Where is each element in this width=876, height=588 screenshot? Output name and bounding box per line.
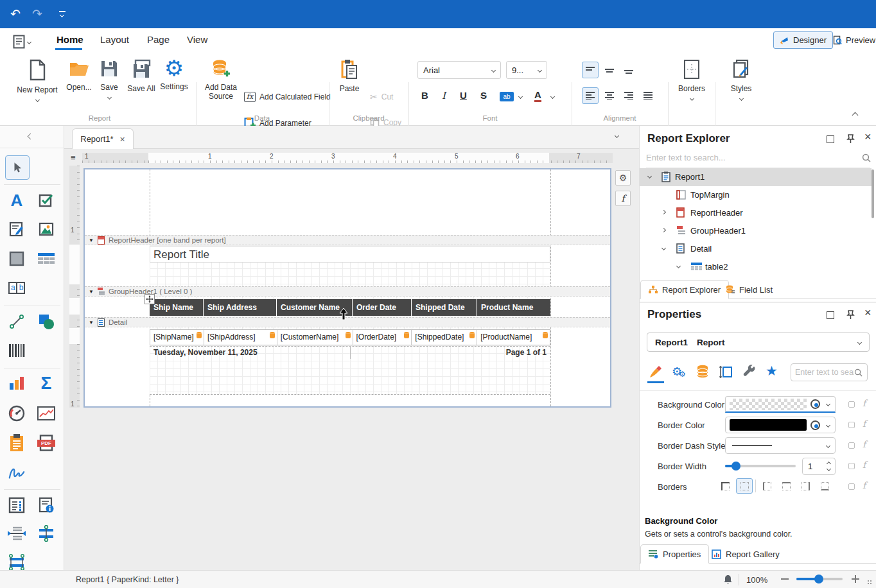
tool-picture-box[interactable] [37, 220, 55, 238]
tab-favorites[interactable]: ★ [766, 363, 778, 379]
pin-icon[interactable] [846, 310, 855, 320]
dropdown-chevron-icon[interactable] [826, 422, 830, 427]
valign-bottom-button[interactable] [620, 62, 637, 78]
spin-down-icon[interactable] [827, 467, 831, 471]
dropdown-chevron-icon[interactable] [826, 402, 830, 406]
tab-layout[interactable] [719, 365, 733, 381]
expression-f-icon[interactable]: f [863, 460, 866, 470]
tool-table-of-contents[interactable] [8, 496, 26, 514]
ribbon-tab-view[interactable]: View [187, 34, 207, 45]
expression-f-icon[interactable]: f [863, 480, 866, 490]
add-data-source-button[interactable]: Add Data Source [203, 59, 239, 101]
tab-misc[interactable] [742, 365, 757, 381]
expand-chevron-icon[interactable] [676, 264, 681, 268]
expression-button[interactable]: f [615, 191, 631, 206]
tab-field-list[interactable]: Field List [718, 280, 780, 299]
table-header-cell[interactable]: Order Date [353, 299, 412, 316]
slider-thumb[interactable] [731, 462, 740, 471]
styles-button[interactable]: Styles [721, 59, 762, 102]
tool-character-comb[interactable]: ab [8, 279, 26, 297]
tool-shape[interactable] [37, 313, 55, 331]
prop-checkbox[interactable] [848, 422, 855, 428]
tab-behavior[interactable]: ⚙ ⚙ [672, 365, 682, 379]
tool-chart[interactable] [8, 374, 26, 392]
new-report-button[interactable]: New Report [14, 59, 60, 103]
tool-rich-text[interactable] [8, 220, 26, 238]
notification-bell-icon[interactable] [723, 575, 733, 585]
tab-appearance[interactable] [649, 365, 663, 381]
table-field-cell[interactable]: [ProductName] [477, 330, 550, 345]
explorer-search-input[interactable] [646, 153, 839, 162]
cut-button[interactable]: ✂ Cut [370, 92, 393, 102]
tool-pdf-content[interactable]: PDF [37, 434, 55, 452]
close-icon[interactable]: × [864, 130, 872, 144]
tab-list-chevron-icon[interactable] [615, 134, 619, 138]
prop-checkbox[interactable] [848, 442, 855, 449]
font-color-chevron-icon[interactable] [550, 94, 555, 99]
band-collapse-icon[interactable]: ▼ [89, 289, 94, 295]
dropdown-chevron-icon[interactable] [826, 443, 830, 447]
expression-f-icon[interactable]: f [863, 398, 866, 408]
expand-chevron-icon[interactable] [647, 174, 652, 178]
redo-icon[interactable]: ↷ [32, 0, 42, 28]
save-all-button[interactable]: Save All [126, 59, 157, 93]
tool-cross-band-line[interactable] [37, 524, 55, 542]
prop-checkbox[interactable] [848, 463, 855, 469]
table-field-cell[interactable]: [ShipAddress] [204, 330, 277, 345]
band-collapse-icon[interactable]: ▼ [89, 238, 94, 243]
report-title-control[interactable]: Report Title [150, 246, 550, 263]
zoom-out-button[interactable] [781, 578, 789, 580]
band-strip-group-header[interactable]: ▼ GroupHeader1 ( Level 0 ) [85, 286, 610, 297]
tool-pointer[interactable] [5, 155, 30, 180]
report-tasks-button[interactable]: ⚙ [615, 170, 631, 186]
footer-page-number-text[interactable]: Page 1 of 1 [506, 348, 547, 359]
table-field-cell[interactable]: [OrderDate] [353, 330, 412, 345]
highlight-chevron-icon[interactable] [518, 94, 523, 99]
borders-button[interactable]: Borders [672, 59, 712, 102]
tool-content-clipboard[interactable] [8, 434, 26, 452]
table-field-cell[interactable]: [CustomerName] [277, 330, 353, 345]
document-tab-report1[interactable]: Report1* × [72, 128, 134, 149]
tree-item-detail[interactable]: Detail [640, 240, 872, 258]
ruler-options-icon[interactable]: ≡ [71, 153, 76, 162]
tree-item-report1[interactable]: Report1 [640, 168, 872, 186]
zoom-in-button-vbar[interactable] [855, 575, 856, 583]
table-header-cell[interactable]: Shipped Date [412, 299, 477, 316]
collapse-ribbon-icon[interactable] [852, 112, 859, 119]
valign-center-button[interactable] [601, 62, 618, 78]
tab-data[interactable] [696, 365, 709, 381]
toolbox-collapse-icon[interactable] [28, 134, 34, 140]
tab-report-gallery[interactable]: Report Gallery [704, 544, 787, 564]
tool-signature[interactable] [8, 464, 26, 482]
resize-grip[interactable] [867, 580, 872, 585]
halign-center-button[interactable] [601, 87, 618, 104]
tool-barcode[interactable] [8, 342, 26, 359]
undo-icon[interactable]: ↶ [10, 0, 21, 28]
color-picker-icon[interactable] [810, 399, 820, 409]
band-strip-report-header[interactable]: ▼ ReportHeader [one band per report] [85, 235, 610, 245]
tool-line[interactable] [8, 313, 26, 331]
border-bottom-toggle[interactable] [816, 478, 833, 494]
tool-checkbox[interactable] [37, 191, 55, 209]
properties-search-input[interactable] [795, 368, 854, 377]
table-header-row[interactable]: Ship Name Ship Address Customer Name Ord… [150, 299, 550, 316]
tree-item-groupheader1[interactable]: GroupHeader1 [640, 222, 872, 240]
band-collapse-icon[interactable]: ▼ [89, 320, 94, 325]
tool-gauge[interactable] [8, 404, 26, 422]
close-icon[interactable]: × [864, 306, 872, 320]
valign-top-button[interactable] [582, 62, 599, 78]
tool-pivot-grid[interactable]: Σ [37, 374, 55, 392]
table-field-cell[interactable]: [ShippedDate] [412, 330, 477, 345]
quick-access-customize-icon[interactable] [59, 11, 66, 12]
border-none-toggle[interactable] [717, 478, 733, 494]
color-picker-icon[interactable] [810, 420, 820, 430]
tab-report-explorer[interactable]: Report Explorer [640, 280, 729, 299]
ribbon-tab-page[interactable]: Page [147, 34, 170, 45]
search-icon[interactable] [854, 368, 863, 377]
expand-chevron-icon[interactable] [661, 228, 666, 232]
tool-page-info[interactable] [37, 496, 55, 514]
zoom-slider-track[interactable] [796, 578, 843, 580]
tool-page-break[interactable] [8, 524, 26, 542]
open-button[interactable]: Open... [64, 59, 94, 92]
tool-cross-band-box[interactable] [8, 553, 26, 571]
